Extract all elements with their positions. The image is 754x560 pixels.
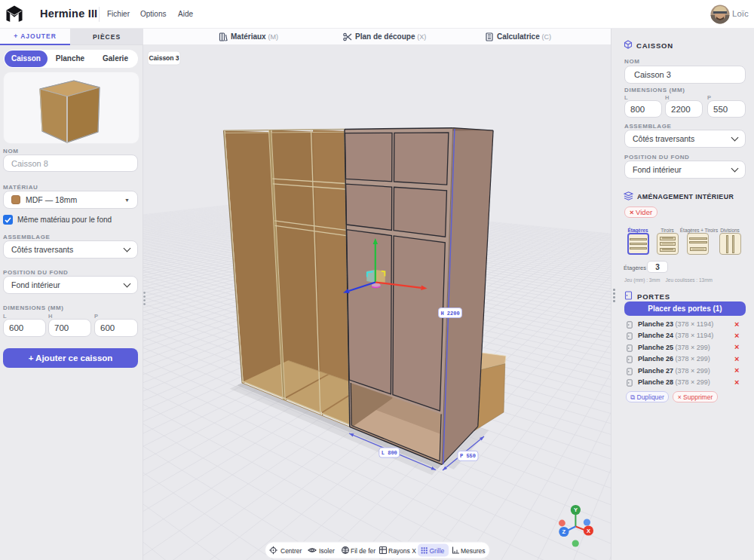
svg-text:Rayons X: Rayons X xyxy=(388,547,416,555)
svg-text:Isoler: Isoler xyxy=(319,547,335,555)
svg-text:L 800: L 800 xyxy=(382,450,397,456)
svg-text:Y: Y xyxy=(574,506,578,513)
svg-text:Grille: Grille xyxy=(430,547,445,555)
svg-text:Mesures: Mesures xyxy=(461,547,486,555)
svg-text:P 550: P 550 xyxy=(460,453,476,459)
svg-text:Centrer: Centrer xyxy=(280,547,302,555)
svg-text:Z: Z xyxy=(562,528,566,535)
svg-text:X: X xyxy=(587,528,590,534)
svg-text:Fil de fer: Fil de fer xyxy=(351,547,375,555)
svg-text:H 2200: H 2200 xyxy=(440,311,459,317)
svg-text:Caisson 3: Caisson 3 xyxy=(149,54,179,62)
